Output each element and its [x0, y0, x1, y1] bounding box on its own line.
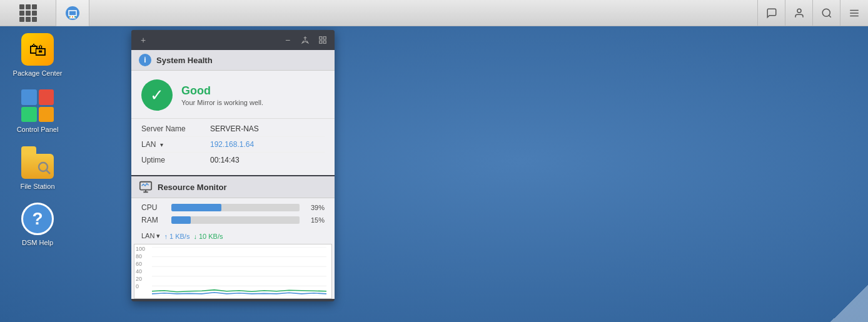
resource-monitor-title-bar: Resource Monitor — [131, 176, 335, 198]
chart-y-100: 100 — [136, 246, 145, 252]
control-panel-icon — [21, 89, 54, 122]
desktop-icons: Package Center Control Panel Fi — [13, 33, 63, 247]
dsm-help-icon-img: ? — [21, 202, 54, 236]
chart-y-60: 60 — [136, 261, 145, 267]
uptime-value: 00:14:43 — [210, 156, 240, 164]
chart-y-0: 0 — [136, 283, 145, 289]
resource-rows: CPU 39% RAM 15% — [131, 198, 335, 231]
chart-y-40: 40 — [136, 268, 145, 274]
ram-label: RAM — [141, 216, 166, 224]
widget-panel: + − i System Health ✓ G — [131, 30, 335, 301]
apps-grid-icon — [19, 4, 37, 22]
menu-icon — [849, 8, 860, 19]
chat-icon — [766, 8, 777, 19]
tile-icon — [318, 36, 327, 44]
health-info: Server Name SERVER-NAS LAN ▾ 192.168.1.6… — [131, 118, 335, 175]
svg-line-14 — [46, 170, 50, 174]
uptime-label: Uptime — [141, 156, 210, 164]
chart-y-80: 80 — [136, 253, 145, 259]
health-good-label: Good — [181, 84, 263, 98]
desktop-icon-package-center[interactable]: Package Center — [13, 33, 63, 78]
svg-rect-15 — [320, 37, 322, 39]
lan-up-value: ↑ 1 KB/s — [164, 233, 189, 240]
health-good-desc: Your Mirror is working well. — [181, 99, 263, 106]
cpu-label: CPU — [141, 203, 166, 212]
svg-point-8 — [822, 9, 830, 16]
ram-bar-background — [171, 216, 300, 224]
lan-label: LAN ▾ — [141, 140, 210, 149]
desktop-icon-control-panel[interactable]: Control Panel — [13, 89, 63, 134]
user-icon-btn[interactable] — [785, 0, 813, 26]
health-row-server: Server Name SERVER-NAS — [141, 121, 325, 137]
svg-rect-18 — [323, 41, 326, 43]
system-health-title: System Health — [156, 56, 213, 65]
search-icon — [821, 8, 832, 19]
lan-monitor-row: LAN ▾ ↑ 1 KB/s ↓ 10 KB/s — [131, 231, 335, 244]
system-health-section: i System Health ✓ Good Your Mirror is wo… — [131, 50, 335, 175]
svg-point-5 — [72, 16, 73, 18]
lan-monitor-label: LAN ▾ — [141, 232, 160, 240]
lan-arrow-icon: ▾ — [160, 141, 163, 148]
widget-pin-button[interactable] — [298, 33, 312, 47]
monitor-icon — [139, 180, 153, 194]
resource-monitor-section: Resource Monitor CPU 39% RAM 15% — [131, 175, 335, 299]
file-station-icon-img — [21, 146, 54, 179]
svg-rect-17 — [320, 41, 322, 43]
chart-y-20: 20 — [136, 276, 145, 282]
minus-icon: − — [285, 35, 290, 45]
ram-row: RAM 15% — [141, 216, 325, 224]
taskbar-tab-dsm[interactable] — [56, 0, 89, 26]
svg-point-7 — [797, 9, 801, 13]
user-icon — [794, 8, 805, 19]
svg-rect-3 — [69, 18, 76, 19]
pin-icon — [301, 36, 310, 44]
system-health-title-bar: i System Health — [131, 50, 335, 71]
package-center-label: Package Center — [13, 69, 63, 78]
lan-monitor-arrow: ▾ — [156, 232, 160, 239]
corner-decoration — [830, 284, 868, 322]
desktop-icon-file-station[interactable]: File Station — [13, 146, 63, 191]
ram-bar-fill — [171, 216, 191, 224]
resource-chart-area: 100 80 60 40 20 0 — [134, 244, 332, 299]
dsm-help-icon: ? — [21, 203, 54, 235]
control-panel-icon-img — [21, 89, 54, 123]
menu-icon-btn[interactable] — [840, 0, 868, 26]
lan-value: 192.168.1.64 — [210, 140, 254, 149]
health-row-lan: LAN ▾ 192.168.1.64 — [141, 137, 325, 153]
health-check-circle: ✓ — [141, 79, 173, 111]
package-center-icon-img — [21, 33, 54, 66]
info-icon: i — [139, 54, 151, 66]
health-status: ✓ Good Your Mirror is working well. — [131, 71, 335, 118]
desktop-icon-dsm-help[interactable]: ? DSM Help — [13, 202, 63, 247]
search-icon-btn[interactable] — [813, 0, 840, 26]
svg-point-6 — [74, 16, 76, 18]
widget-header-bar: + − — [131, 30, 335, 50]
lan-down-value: ↓ 10 KB/s — [193, 233, 223, 240]
plus-icon: + — [141, 35, 146, 45]
dsm-help-label: DSM Help — [22, 238, 53, 247]
cpu-row: CPU 39% — [141, 203, 325, 212]
health-text: Good Your Mirror is working well. — [181, 84, 263, 106]
dsm-tab-icon — [65, 6, 80, 21]
cpu-bar-background — [171, 204, 300, 211]
chat-icon-btn[interactable] — [758, 0, 785, 26]
file-station-label: File Station — [20, 182, 54, 191]
package-center-icon — [21, 33, 54, 66]
taskbar — [0, 0, 868, 26]
ram-percentage: 15% — [305, 216, 325, 224]
control-panel-label: Control Panel — [17, 125, 59, 134]
resource-chart-svg — [152, 247, 326, 296]
apps-button[interactable] — [0, 0, 56, 26]
widget-tile-button[interactable] — [316, 33, 330, 47]
resource-monitor-title: Resource Monitor — [158, 183, 227, 192]
server-name-label: Server Name — [141, 124, 210, 133]
svg-point-4 — [69, 16, 71, 18]
cpu-percentage: 39% — [305, 204, 325, 211]
health-row-uptime: Uptime 00:14:43 — [141, 153, 325, 168]
widget-minimize-button[interactable]: − — [281, 33, 295, 47]
svg-rect-16 — [323, 37, 326, 39]
cpu-bar-fill — [171, 204, 221, 211]
chart-y-labels: 100 80 60 40 20 0 — [136, 246, 145, 289]
magnifier-icon — [38, 161, 51, 175]
widget-add-button[interactable]: + — [136, 33, 150, 47]
